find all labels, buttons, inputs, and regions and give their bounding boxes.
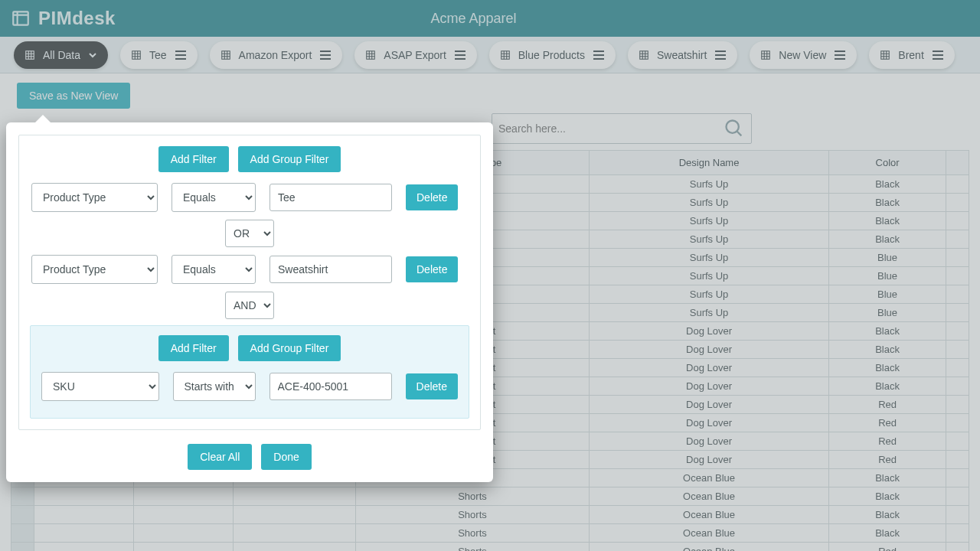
filter-operator-select[interactable]: Equals [172, 183, 256, 212]
filter-popover: Add Filter Add Group Filter Product Type… [6, 122, 493, 482]
logic-select-or[interactable]: OR [225, 220, 274, 247]
filter-row-1: Product Type Equals Delete [30, 183, 469, 212]
logic-select-and[interactable]: AND [225, 292, 274, 319]
delete-filter-button[interactable]: Delete [406, 184, 458, 210]
filter-attribute-select[interactable]: Product Type [31, 255, 158, 284]
filter-operator-select[interactable]: Equals [172, 255, 256, 284]
add-group-filter-button[interactable]: Add Group Filter [238, 335, 341, 361]
delete-filter-button[interactable]: Delete [406, 256, 458, 282]
add-group-filter-button[interactable]: Add Group Filter [238, 146, 341, 172]
filter-attribute-select[interactable]: Product Type [31, 183, 158, 212]
filter-group: Add Filter Add Group Filter SKU Starts w… [30, 325, 469, 419]
delete-filter-button[interactable]: Delete [406, 373, 458, 399]
filter-group-row: SKU Starts with Delete [40, 372, 459, 401]
done-button[interactable]: Done [261, 444, 311, 470]
filter-operator-select[interactable]: Starts with [173, 372, 256, 401]
filter-value-input[interactable] [270, 373, 392, 400]
filter-value-input[interactable] [270, 184, 392, 211]
filter-row-2: Product Type Equals Delete [30, 255, 469, 284]
popover-caret [35, 115, 51, 122]
add-filter-button[interactable]: Add Filter [158, 146, 229, 172]
add-filter-button[interactable]: Add Filter [158, 335, 229, 361]
filter-attribute-select[interactable]: SKU [41, 372, 159, 401]
clear-all-button[interactable]: Clear All [188, 444, 252, 470]
filter-value-input[interactable] [270, 256, 392, 283]
filter-panel: Add Filter Add Group Filter Product Type… [18, 135, 481, 430]
